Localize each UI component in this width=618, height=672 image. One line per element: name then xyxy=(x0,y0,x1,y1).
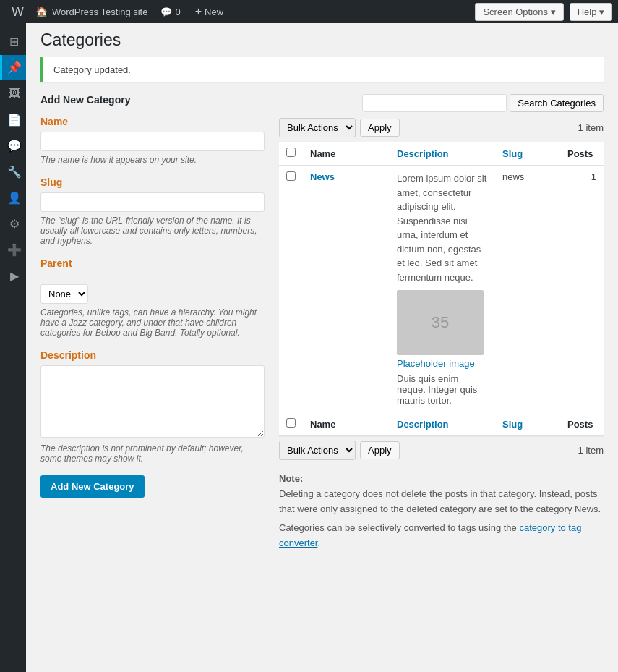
bulk-bar-bottom: Bulk Actions Apply 1 item xyxy=(279,441,604,460)
bulk-actions-select-bottom[interactable]: Bulk Actions xyxy=(279,441,356,460)
table-row: News Lorem ipsum dolor sit amet, consect… xyxy=(279,166,604,412)
row-name-cell: News xyxy=(303,166,390,412)
home-icon: 🏠 xyxy=(35,6,48,17)
form-title: Add New Category xyxy=(40,94,265,106)
footer-name: Name xyxy=(303,412,390,436)
row-description-cell: Lorem ipsum dolor sit amet, consectetur … xyxy=(390,166,495,412)
sidebar-item-comments[interactable]: 💬 xyxy=(0,133,26,158)
sidebar-item-play[interactable]: ▶ xyxy=(0,263,26,288)
footer-posts: Posts xyxy=(560,412,604,436)
table-top: Search Categories xyxy=(279,94,604,112)
new-label: New xyxy=(205,7,223,17)
new-link[interactable]: + New xyxy=(188,5,231,18)
parent-label: Parent xyxy=(40,258,265,269)
footer-slug: Slug xyxy=(495,412,560,436)
row-checkbox-cell xyxy=(279,166,303,412)
page-wrap: Categories Category updated. Add New Cat… xyxy=(26,23,618,566)
placeholder-image: 35 xyxy=(397,290,484,355)
row-description-extra: Duis quis enim neque. Integer quis mauri… xyxy=(397,373,488,406)
row-slug-cell: news xyxy=(495,166,560,412)
note-prefix: Note: xyxy=(279,473,303,484)
note-line1: Deleting a category does not delete the … xyxy=(279,488,601,514)
row-posts: 1 xyxy=(591,171,596,182)
item-count-bottom: 1 item xyxy=(578,445,604,456)
admin-layout: ⊞ 📌 🖼 📄 💬 🔧 👤 ⚙ ➕ ▶ Categories Category … xyxy=(0,23,618,672)
sidebar-item-users[interactable]: 👤 xyxy=(0,185,26,210)
sidebar-item-add[interactable]: ➕ xyxy=(0,237,26,262)
comments-link[interactable]: 💬 0 xyxy=(153,7,187,17)
add-category-form: Add New Category Name The name is how it… xyxy=(40,94,265,498)
note-line2-suffix: . xyxy=(317,537,320,548)
sidebar-item-appearance[interactable]: 🔧 xyxy=(0,159,26,184)
header-checkbox xyxy=(279,142,303,166)
bulk-apply-button-bottom[interactable]: Apply xyxy=(360,441,400,459)
parent-select[interactable]: None xyxy=(40,284,88,304)
categories-table-wrap: Search Categories Bulk Actions Apply 1 i… xyxy=(279,94,604,551)
page-title: Categories xyxy=(40,30,604,50)
help-button[interactable]: Help ▾ xyxy=(570,3,612,21)
slug-field: Slug The "slug" is the URL-friendly vers… xyxy=(40,176,265,246)
header-slug: Slug xyxy=(495,142,560,166)
success-notice: Category updated. xyxy=(40,57,604,82)
plus-icon: + xyxy=(195,5,202,18)
search-button[interactable]: Search Categories xyxy=(510,94,604,112)
table-header-row: Name Description Slug Posts xyxy=(279,142,604,166)
bulk-apply-button-top[interactable]: Apply xyxy=(360,119,400,137)
placeholder-number: 35 xyxy=(432,313,449,332)
row-description-main: Lorem ipsum dolor sit amet, consectetur … xyxy=(397,173,486,283)
row-posts-cell: 1 xyxy=(560,166,604,412)
main-content: Categories Category updated. Add New Cat… xyxy=(26,23,618,672)
adminbar-right: Screen Options ▾ Help ▾ xyxy=(475,3,612,21)
comments-count: 0 xyxy=(175,7,180,17)
name-hint: The name is how it appears on your site. xyxy=(40,155,265,165)
description-textarea[interactable] xyxy=(40,365,265,438)
table-footer-row: Name Description Slug Posts xyxy=(279,412,604,436)
note-line2-prefix: Categories can be selectively converted … xyxy=(279,522,519,533)
sidebar-item-settings[interactable]: ⚙ xyxy=(0,211,26,236)
slug-input[interactable] xyxy=(40,192,265,212)
header-posts: Posts xyxy=(560,142,604,166)
bulk-bar-top: Bulk Actions Apply 1 item xyxy=(279,118,604,137)
placeholder-label: Placeholder image xyxy=(397,358,488,369)
parent-field: Parent None Categories, unlike tags, can… xyxy=(40,258,265,338)
search-input[interactable] xyxy=(362,94,507,112)
add-new-category-button[interactable]: Add New Category xyxy=(40,475,145,498)
description-label: Description xyxy=(40,349,265,361)
slug-label: Slug xyxy=(40,176,265,188)
site-link[interactable]: 🏠 WordPress Testing site xyxy=(30,6,153,17)
bottom-note: Note: Deleting a category does not delet… xyxy=(279,472,604,551)
category-name-link[interactable]: News xyxy=(310,171,335,182)
name-field: Name The name is how it appears on your … xyxy=(40,116,265,165)
footer-description: Description xyxy=(390,412,495,436)
content-body: Add New Category Name The name is how it… xyxy=(40,94,604,551)
search-box: Search Categories xyxy=(362,94,604,112)
screen-options-button[interactable]: Screen Options ▾ xyxy=(475,3,563,21)
row-slug: news xyxy=(502,171,524,182)
categories-table: Name Description Slug Posts xyxy=(279,142,604,436)
bulk-actions-select-top[interactable]: Bulk Actions xyxy=(279,118,356,137)
footer-checkbox xyxy=(279,412,303,436)
header-description: Description xyxy=(390,142,495,166)
row-checkbox[interactable] xyxy=(286,171,296,181)
item-count-top: 1 item xyxy=(578,122,604,133)
sidebar-item-media[interactable]: 🖼 xyxy=(0,81,26,106)
header-name: Name xyxy=(303,142,390,166)
admin-bar: W 🏠 WordPress Testing site 💬 0 + New Scr… xyxy=(0,0,618,23)
description-hint: The description is not prominent by defa… xyxy=(40,443,265,464)
notice-text: Category updated. xyxy=(53,64,131,75)
description-field: Description The description is not promi… xyxy=(40,349,265,464)
wp-logo[interactable]: W xyxy=(6,4,30,20)
sidebar-item-pages[interactable]: 📄 xyxy=(0,107,26,132)
sidebar: ⊞ 📌 🖼 📄 💬 🔧 👤 ⚙ ➕ ▶ xyxy=(0,23,26,672)
parent-hint: Categories, unlike tags, can have a hier… xyxy=(40,307,265,338)
slug-hint: The "slug" is the URL-friendly version o… xyxy=(40,216,265,246)
sidebar-item-posts[interactable]: 📌 xyxy=(0,55,26,80)
name-input[interactable] xyxy=(40,132,265,151)
sidebar-item-dashboard[interactable]: ⊞ xyxy=(0,29,26,54)
select-all-footer-checkbox[interactable] xyxy=(286,418,296,428)
name-label: Name xyxy=(40,116,265,127)
comment-icon: 💬 xyxy=(160,7,172,17)
select-all-checkbox[interactable] xyxy=(286,148,296,157)
site-name: WordPress Testing site xyxy=(52,7,147,17)
